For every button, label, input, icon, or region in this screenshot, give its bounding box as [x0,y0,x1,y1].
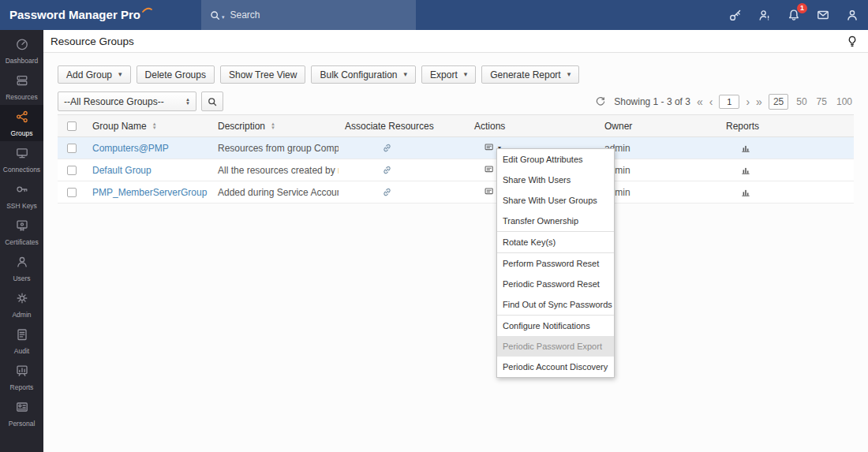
certificates-icon [15,219,29,236]
page-size-100[interactable]: 100 [835,95,854,109]
sidebar-item-audit[interactable]: Audit [0,323,43,359]
associate-resources-icon[interactable] [381,142,393,154]
filter-search-button[interactable] [201,92,223,111]
group-owner: admin [598,187,720,198]
table-row: Default Group All the resources created … [58,159,854,181]
row-checkbox[interactable] [67,144,77,153]
pagination: Showing 1 - 3 of 3 25 50 75 100 [595,94,854,110]
last-page-button[interactable] [756,96,762,107]
add-group-button[interactable]: Add Group [58,65,131,84]
menu-item-periodic-password-reset[interactable]: Periodic Password Reset [497,274,614,294]
menu-item-share-with-users[interactable]: Share With Users [497,170,614,190]
dashboard-icon [15,37,29,54]
row-checkbox[interactable] [67,166,77,175]
sidebar-item-groups[interactable]: Groups [0,105,43,141]
group-owner: admin [598,165,720,176]
sidebar-item-dashboard[interactable]: Dashboard [0,32,43,69]
column-header-description[interactable]: Description [218,121,265,132]
menu-item-share-with-user-groups[interactable]: Share With User Groups [497,190,614,211]
column-header-associate-resources: Associate Resources [345,121,434,132]
resource-groups-table: Group Name Description Associate Resourc… [58,114,854,204]
first-page-button[interactable] [697,96,703,107]
menu-item-find-out-of-sync-passwords[interactable]: Find Out of Sync Passwords [497,294,614,315]
page-title: Resource Groups [51,35,134,47]
resource-group-select[interactable]: --All Resource Groups-- [58,92,196,111]
dropdown-caret-icon [118,71,122,78]
page-size-50[interactable]: 50 [795,95,808,109]
search-icon[interactable] [209,9,221,21]
row-reports-icon[interactable] [740,187,751,198]
menu-item-configure-notifications[interactable]: Configure Notifications [497,316,614,336]
sort-icon[interactable] [271,122,275,130]
group-name-link[interactable]: Default Group [92,165,152,176]
show-tree-view-button[interactable]: Show Tree View [220,65,306,84]
connections-icon [15,146,29,163]
sidebar: Dashboard Resources Groups Connections S… [0,30,43,452]
logo-swoosh-icon [142,6,152,13]
dropdown-caret-icon [404,71,408,78]
search-scope-caret-icon[interactable] [222,14,225,21]
sidebar-item-ssh-keys[interactable]: SSH Keys [0,177,43,214]
generate-report-button[interactable]: Generate Report [481,65,579,84]
select-all-checkbox[interactable] [67,121,77,131]
bulk-configuration-button[interactable]: Bulk Configuration [311,65,416,84]
export-button[interactable]: Export [421,65,476,84]
sidebar-item-personal[interactable]: Personal [0,395,43,431]
group-name-link[interactable]: PMP_MemberServerGroup [92,187,207,198]
sidebar-item-resources[interactable]: Resources [0,69,43,105]
prev-page-button[interactable] [709,96,713,107]
menu-item-periodic-account-discovery[interactable]: Periodic Account Discovery [497,357,614,377]
associate-resources-icon[interactable] [381,164,393,176]
sidebar-item-admin[interactable]: Admin [0,286,43,323]
group-owner: admin [598,143,720,154]
sidebar-item-users[interactable]: Users [0,250,43,286]
menu-item-transfer-ownership[interactable]: Transfer Ownership [497,211,614,231]
header-actions: 1 [728,0,860,30]
row-reports-icon[interactable] [740,165,751,176]
menu-item-perform-password-reset[interactable]: Perform Password Reset [497,253,614,274]
table-header-row: Group Name Description Associate Resourc… [58,115,854,137]
main-content: Resource Groups Add Group Delete Groups … [43,30,868,452]
user-sessions-icon[interactable] [757,7,773,23]
pagination-status: Showing 1 - 3 of 3 [614,96,690,107]
actions-context-menu: Edit Group Attributes Share With Users S… [496,148,615,378]
column-header-group-name[interactable]: Group Name [92,121,147,132]
menu-group: Edit Group Attributes Share With Users S… [497,149,614,231]
sidebar-item-connections[interactable]: Connections [0,141,43,177]
search-input[interactable] [230,9,380,21]
sort-icon[interactable] [152,122,157,130]
sidebar-item-certificates[interactable]: Certificates [0,214,43,250]
page-number-input[interactable] [719,95,739,109]
users-icon [15,255,29,272]
mail-icon[interactable] [815,7,831,23]
menu-item-rotate-keys[interactable]: Rotate Key(s) [497,232,614,252]
row-reports-icon[interactable] [740,143,751,154]
delete-groups-button[interactable]: Delete Groups [137,65,215,84]
search-icon [207,96,218,107]
menu-item-periodic-password-export[interactable]: Periodic Password Export [497,336,614,357]
associate-resources-icon[interactable] [381,186,393,198]
menu-group: Perform Password Reset Periodic Password… [497,252,614,315]
next-page-button[interactable] [746,96,750,107]
app-logo: Password Manager Pro [9,8,152,21]
group-description: All the resources created by me [211,165,339,176]
menu-item-edit-group-attributes[interactable]: Edit Group Attributes [497,149,614,170]
bell-icon[interactable]: 1 [786,7,802,23]
menu-group: Configure Notifications Periodic Passwor… [497,315,614,377]
sidebar-item-reports[interactable]: Reports [0,359,43,395]
account-icon[interactable] [844,7,860,23]
resources-icon [15,73,29,91]
key-icon[interactable] [728,7,743,23]
header-search [201,0,416,30]
menu-group: Rotate Key(s) [497,231,614,252]
groups-icon [15,110,29,127]
page-size-75[interactable]: 75 [815,95,829,109]
row-checkbox[interactable] [67,188,77,197]
page-size-25[interactable]: 25 [769,94,788,110]
personal-icon [15,400,29,417]
group-name-link[interactable]: Computers@PMP [92,143,169,154]
title-bar: Resource Groups [43,30,868,53]
refresh-icon[interactable] [595,96,606,107]
column-header-owner: Owner [604,121,632,132]
help-bulb-icon[interactable] [846,35,859,47]
